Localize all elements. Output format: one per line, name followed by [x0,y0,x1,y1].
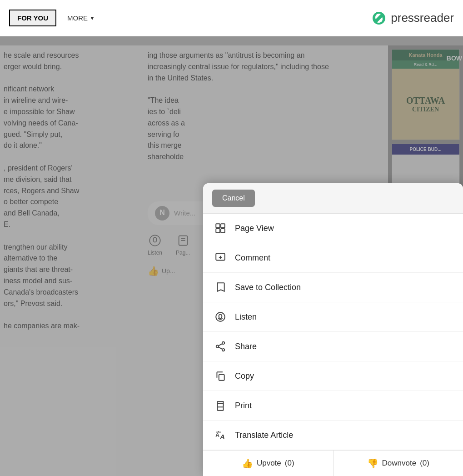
menu-item-page-view-label: Page View [235,224,274,233]
upvote-count: (0) [285,459,294,468]
copy-icon [214,370,227,382]
svg-rect-6 [216,229,220,233]
svg-point-12 [222,342,224,344]
menu-item-share[interactable]: Share [203,332,463,361]
menu-item-translate-label: Translate Article [235,431,293,440]
share-icon [214,340,227,353]
menu-item-comment-label: Comment [235,253,270,263]
menu-item-copy[interactable]: Copy [203,361,463,391]
translate-icon: A A [214,429,227,441]
cancel-button[interactable]: Cancel [212,190,255,207]
menu-item-translate[interactable]: A A Translate Article [203,421,463,450]
svg-point-19 [223,405,224,406]
menu-item-copy-label: Copy [235,371,254,381]
pressreader-logo-icon [371,10,387,26]
menu-item-comment[interactable]: Comment [203,243,463,273]
svg-text:A: A [219,433,225,441]
print-icon [214,399,227,412]
menu-item-print[interactable]: Print [203,391,463,421]
svg-rect-18 [218,407,224,411]
page-view-icon [214,222,227,235]
logo-text: pressreader [391,11,454,25]
thumbs-down-icon: 👎 [367,458,378,469]
upvote-button[interactable]: 👍 Upvote (0) [203,451,334,476]
save-icon [214,281,227,294]
context-menu: Cancel Page View Comment [203,183,463,476]
comment-icon [214,251,227,264]
svg-rect-17 [219,375,224,381]
downvote-label: Downvote [382,459,417,468]
menu-item-save-collection-label: Save to Collection [235,283,301,292]
context-menu-header: Cancel [203,183,463,214]
menu-footer: 👍 Upvote (0) 👎 Downvote (0) [203,450,463,476]
svg-rect-7 [221,229,225,233]
downvote-count: (0) [420,459,429,468]
thumbs-up-icon: 👍 [242,458,253,469]
svg-line-15 [219,344,222,346]
svg-line-16 [219,347,222,349]
logo: pressreader [371,10,454,26]
menu-item-print-label: Print [235,401,252,411]
top-navigation: FOR YOU MORE ▼ pressreader [0,0,463,36]
menu-item-save-collection[interactable]: Save to Collection [203,273,463,302]
svg-point-11 [216,312,225,321]
for-you-button[interactable]: FOR YOU [9,10,56,26]
menu-item-share-label: Share [235,342,257,351]
svg-text:A: A [215,432,219,438]
svg-rect-4 [216,224,220,228]
downvote-button[interactable]: 👎 Downvote (0) [334,451,463,476]
svg-point-13 [216,345,219,347]
chevron-down-icon: ▼ [90,15,95,21]
upvote-label: Upvote [257,459,281,468]
more-label: MORE [67,14,88,22]
svg-point-14 [222,349,224,351]
menu-item-listen-label: Listen [235,312,257,322]
listen-icon [214,311,227,323]
menu-item-listen[interactable]: Listen [203,302,463,332]
more-menu[interactable]: MORE ▼ [67,14,95,22]
menu-item-page-view[interactable]: Page View [203,214,463,243]
svg-rect-5 [221,224,225,228]
